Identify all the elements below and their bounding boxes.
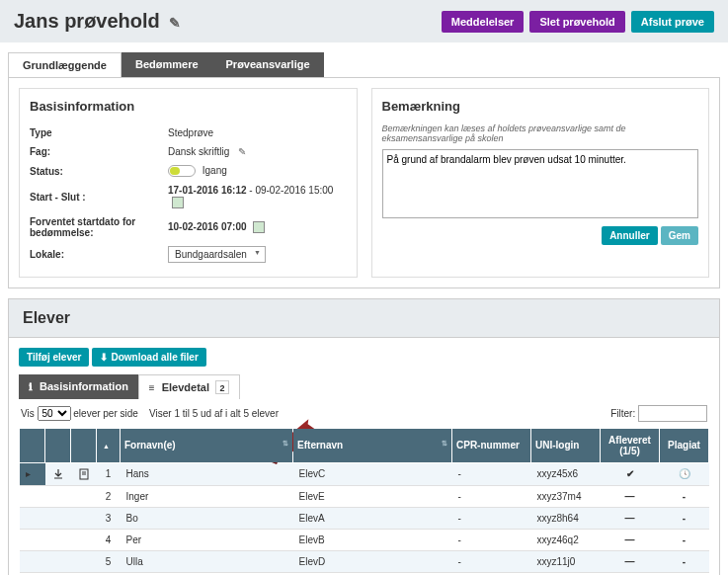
row-index: 3: [97, 508, 121, 530]
uni-cell: xxyz11j0: [531, 551, 601, 573]
tab-responsible[interactable]: Prøveansvarlige: [212, 52, 324, 77]
plagiat-cell: -: [660, 551, 709, 573]
efternavn-cell: ElevC: [293, 462, 452, 485]
delete-button[interactable]: Slet prøvehold: [529, 11, 624, 33]
fornavn-cell: Per: [121, 530, 293, 551]
bemaerkning-title: Bemærkning: [382, 99, 699, 114]
subtab-basic[interactable]: Basisinformation: [19, 374, 138, 399]
efternavn-cell: ElevA: [293, 508, 452, 530]
type-label: Type: [30, 127, 168, 138]
efternavn-cell: ElevB: [293, 530, 452, 551]
download-all-button[interactable]: Download alle filer: [92, 348, 205, 367]
col-cpr[interactable]: CPR-nummer: [452, 428, 531, 462]
calendar-icon[interactable]: [172, 197, 184, 208]
forventet-label: Forventet startdato for bedømmelse:: [30, 216, 168, 238]
calendar-icon-2[interactable]: [253, 221, 265, 233]
fornavn-cell: Ulla: [121, 551, 293, 573]
cpr-cell: -: [452, 551, 531, 573]
table-row[interactable]: 2IngerElevE-xxyz37m4—-: [20, 486, 709, 508]
row-index: 2: [97, 486, 121, 508]
table-row[interactable]: ▸1HansElevC-xxyz45x6✔🕓: [20, 462, 709, 485]
filter-label: Filter:: [610, 408, 635, 419]
download-row-icon[interactable]: [45, 551, 71, 573]
col-afleveret[interactable]: Afleveret (1/5): [601, 428, 660, 462]
table-row[interactable]: 4PerElevB-xxyz46q2—-: [20, 530, 709, 551]
start-slut-value: 17-01-2016 16:12 - 09-02-2016 15:00: [168, 185, 347, 207]
fag-value: Dansk skriftlig: [168, 146, 229, 157]
type-value: Stedprøve: [168, 127, 347, 138]
bemaerkning-desc: Bemærkningen kan læses af holdets prøvea…: [382, 123, 699, 143]
forventet-value: 10-02-2016 07:00: [168, 221, 347, 233]
afleveret-cell: ✔: [601, 462, 660, 485]
doc-row-icon[interactable]: [71, 486, 97, 508]
table-row[interactable]: 5UllaElevD-xxyz11j0—-: [20, 551, 709, 573]
plagiat-cell: 🕓: [660, 462, 709, 485]
edit-title-icon[interactable]: ✎: [169, 15, 181, 31]
per-side-suffix: elever per side: [73, 408, 138, 419]
doc-row-icon[interactable]: [71, 530, 97, 551]
students-table: ▲ Fornavn(e)⇅ Efternavn⇅ CPR-nummer UNI-…: [19, 428, 709, 573]
col-index[interactable]: ▲: [97, 428, 121, 462]
cpr-cell: -: [452, 486, 531, 508]
page-title: Jans prøvehold ✎: [14, 10, 181, 33]
col-uni[interactable]: UNI-login: [531, 428, 601, 462]
row-index: 5: [97, 551, 121, 573]
plagiat-cell: -: [660, 486, 709, 508]
plagiat-value: -: [683, 534, 686, 545]
uni-cell: xxyz46q2: [531, 530, 601, 551]
fag-label: Fag:: [30, 146, 168, 157]
plagiat-value: -: [683, 556, 686, 567]
fornavn-cell: Bo: [121, 508, 293, 530]
elever-title: Elever: [23, 309, 705, 327]
status-toggle[interactable]: [168, 165, 196, 177]
col-efternavn[interactable]: Efternavn⇅: [293, 428, 452, 462]
start-slut-label: Start - Slut :: [30, 192, 168, 203]
col-fornavn[interactable]: Fornavn(e)⇅: [121, 428, 293, 462]
lokale-label: Lokale:: [30, 249, 168, 260]
row-index: 4: [97, 530, 121, 551]
efternavn-cell: ElevE: [293, 486, 452, 508]
status-label: Status:: [30, 166, 168, 177]
efternavn-cell: ElevD: [293, 551, 452, 573]
bemaerkning-textarea[interactable]: På grund af brandalarm blev prøven udsat…: [382, 149, 699, 218]
badge-count: 2: [215, 380, 229, 394]
plagiat-cell: -: [660, 508, 709, 530]
afleveret-cell: —: [601, 551, 660, 573]
cancel-button[interactable]: Annuller: [602, 226, 658, 245]
table-row[interactable]: 3BoElevA-xxyz8h64—-: [20, 508, 709, 530]
edit-fag-icon[interactable]: ✎: [238, 146, 246, 157]
finish-button[interactable]: Afslut prøve: [631, 11, 714, 33]
afleveret-cell: —: [601, 530, 660, 551]
lokale-dropdown[interactable]: Bundgaardsalen: [168, 246, 266, 263]
col-plagiat[interactable]: Plagiat: [660, 428, 709, 462]
download-row-icon[interactable]: [45, 462, 71, 485]
col-marker: [20, 428, 45, 462]
download-row-icon[interactable]: [45, 530, 71, 551]
col-download: [45, 428, 71, 462]
tab-assessors[interactable]: Bedømmere: [121, 52, 212, 77]
save-button[interactable]: Gem: [661, 226, 698, 245]
tab-basic[interactable]: Grundlæggende: [8, 52, 121, 77]
subtab-details[interactable]: Elevdetal2: [138, 374, 240, 399]
page-size-select[interactable]: 50: [38, 406, 71, 421]
fornavn-cell: Hans: [121, 462, 293, 485]
plagiat-value: -: [683, 491, 686, 502]
notifications-button[interactable]: Meddelelser: [442, 11, 525, 33]
doc-row-icon[interactable]: [71, 551, 97, 573]
doc-row-icon[interactable]: [71, 508, 97, 530]
basic-info-title: Basisinformation: [30, 99, 347, 114]
afleveret-cell: —: [601, 508, 660, 530]
plagiat-cell: -: [660, 530, 709, 551]
col-doc: [71, 428, 97, 462]
filter-input[interactable]: [638, 405, 707, 422]
cpr-cell: -: [452, 508, 531, 530]
download-row-icon[interactable]: [45, 486, 71, 508]
add-students-button[interactable]: Tilføj elever: [19, 348, 89, 367]
uni-cell: xxyz45x6: [531, 462, 601, 485]
status-value: Igang: [202, 165, 227, 176]
row-index: 1: [97, 462, 121, 485]
cpr-cell: -: [452, 462, 531, 485]
doc-row-icon[interactable]: [71, 462, 97, 485]
download-row-icon[interactable]: [45, 508, 71, 530]
clock-icon: 🕓: [679, 468, 690, 479]
